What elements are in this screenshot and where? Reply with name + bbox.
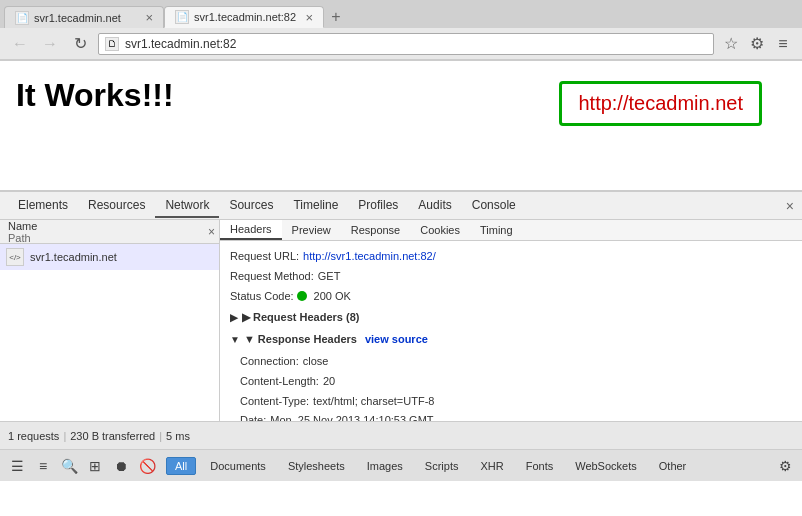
page-link: http://tecadmin.net [578, 92, 743, 114]
grid-icon[interactable]: ⊞ [84, 455, 106, 477]
tab-elements[interactable]: Elements [8, 194, 78, 218]
devtools-panels: NamePath × </> svr1.tecadmin.net Headers… [0, 220, 802, 421]
clear-icon[interactable]: 🚫 [136, 455, 158, 477]
response-header-content-type: Content-Type: text/html; charset=UTF-8 [230, 392, 792, 412]
network-list-close[interactable]: × [208, 225, 215, 239]
devtools-close-button[interactable]: × [786, 198, 794, 214]
filter-other[interactable]: Other [651, 458, 695, 474]
refresh-button[interactable]: ↻ [68, 32, 92, 56]
requests-count: 1 requests [8, 430, 59, 442]
col-name: NamePath [8, 220, 37, 244]
tab-1-favicon: 📄 [15, 11, 29, 25]
tab-network[interactable]: Network [155, 194, 219, 218]
url-bar[interactable]: 🗋 svr1.tecadmin.net:82 [98, 33, 714, 55]
view-source-link[interactable]: view source [365, 330, 428, 350]
request-headers-toggle[interactable]: ▶ ▶ Request Headers (8) [230, 308, 792, 328]
devtools-nav: Elements Resources Network Sources Timel… [0, 192, 802, 220]
record-icon[interactable]: ⏺ [110, 455, 132, 477]
headers-tabs: Headers Preview Response Cookies Timing [220, 220, 802, 241]
headers-tab-preview[interactable]: Preview [282, 220, 341, 240]
filter-all[interactable]: All [166, 457, 196, 475]
tab-audits[interactable]: Audits [408, 194, 461, 218]
bookmark-icon[interactable]: ☆ [720, 33, 742, 55]
filter-documents[interactable]: Documents [202, 458, 274, 474]
search-icon[interactable]: 🔍 [58, 455, 80, 477]
request-url-row: Request URL: http://svr1.tecadmin.net:82… [230, 247, 792, 267]
status-code-row: Status Code: 200 OK [230, 287, 792, 307]
network-list-cols: NamePath [4, 220, 208, 246]
page-link-box: http://tecadmin.net [559, 81, 762, 126]
request-headers-label: ▶ Request Headers (8) [242, 308, 359, 328]
request-url-label: Request URL: [230, 247, 299, 267]
headers-tab-timing[interactable]: Timing [470, 220, 523, 240]
tab-sources[interactable]: Sources [219, 194, 283, 218]
tab-resources[interactable]: Resources [78, 194, 155, 218]
tab-bar: 📄 svr1.tecadmin.net × 📄 svr1.tecadmin.ne… [0, 0, 802, 28]
network-item-icon: </> [6, 248, 24, 266]
request-url-value: http://svr1.tecadmin.net:82/ [303, 247, 436, 267]
date-label: Date: [240, 411, 266, 421]
status-dot [297, 291, 307, 301]
drawer-icon[interactable]: ☰ [6, 455, 28, 477]
url-text: svr1.tecadmin.net:82 [125, 37, 236, 51]
network-item-name: svr1.tecadmin.net [30, 251, 117, 263]
network-list-header: NamePath × [0, 220, 219, 244]
network-item[interactable]: </> svr1.tecadmin.net [0, 244, 219, 270]
filter-bar: All Documents Stylesheets Images Scripts… [166, 457, 694, 475]
content-length-value: 20 [323, 372, 335, 392]
back-button[interactable]: ← [8, 32, 32, 56]
tab-2[interactable]: 📄 svr1.tecadmin.net:82 × [164, 6, 324, 28]
filter-xhr[interactable]: XHR [472, 458, 511, 474]
status-code-label: Status Code: [230, 287, 294, 307]
headers-panel: Headers Preview Response Cookies Timing … [220, 220, 802, 421]
devtools-settings-icon[interactable]: ⚙ [774, 455, 796, 477]
forward-button[interactable]: → [38, 32, 62, 56]
toolbar-icons: ☆ ⚙ ≡ [720, 33, 794, 55]
tab-console[interactable]: Console [462, 194, 526, 218]
devtools-panel: Elements Resources Network Sources Timel… [0, 191, 802, 481]
tab-profiles[interactable]: Profiles [348, 194, 408, 218]
filter-scripts[interactable]: Scripts [417, 458, 467, 474]
menu-icon[interactable]: ≡ [772, 33, 794, 55]
tab-2-favicon: 📄 [175, 10, 189, 24]
devtools-bottom-toolbar: ☰ ≡ 🔍 ⊞ ⏺ 🚫 All Documents Stylesheets Im… [0, 449, 802, 481]
date-value: Mon, 25 Nov 2013 14:10:53 GMT [270, 411, 433, 421]
tab-1-title: svr1.tecadmin.net [34, 12, 121, 24]
request-headers-arrow: ▶ [230, 309, 238, 327]
tab-1-close[interactable]: × [139, 11, 153, 24]
page-icon: 🗋 [105, 37, 119, 51]
filter-websockets[interactable]: WebSockets [567, 458, 645, 474]
response-header-connection: Connection: close [230, 352, 792, 372]
request-method-value: GET [318, 267, 341, 287]
request-method-row: Request Method: GET [230, 267, 792, 287]
headers-tab-cookies[interactable]: Cookies [410, 220, 470, 240]
new-tab-button[interactable]: + [324, 6, 348, 28]
response-header-date: Date: Mon, 25 Nov 2013 14:10:53 GMT [230, 411, 792, 421]
tab-1[interactable]: 📄 svr1.tecadmin.net × [4, 6, 164, 28]
response-headers-toggle[interactable]: ▼ ▼ Response Headers view source [230, 330, 792, 350]
response-header-content-length: Content-Length: 20 [230, 372, 792, 392]
tab-timeline[interactable]: Timeline [283, 194, 348, 218]
address-bar: ← → ↻ 🗋 svr1.tecadmin.net:82 ☆ ⚙ ≡ [0, 28, 802, 60]
filter-fonts[interactable]: Fonts [518, 458, 562, 474]
connection-label: Connection: [240, 352, 299, 372]
status-bar: 1 requests | 230 B transferred | 5 ms [0, 421, 802, 449]
tab-2-close[interactable]: × [299, 11, 313, 24]
response-headers-arrow: ▼ [230, 331, 240, 349]
status-code-value: 200 OK [314, 287, 351, 307]
transferred-size: 230 B transferred [70, 430, 155, 442]
connection-value: close [303, 352, 329, 372]
filter-stylesheets[interactable]: Stylesheets [280, 458, 353, 474]
headers-content: Request URL: http://svr1.tecadmin.net:82… [220, 241, 802, 421]
divider-2: | [159, 430, 162, 442]
content-length-label: Content-Length: [240, 372, 319, 392]
network-list: NamePath × </> svr1.tecadmin.net [0, 220, 220, 421]
headers-tab-headers[interactable]: Headers [220, 220, 282, 240]
tab-2-title: svr1.tecadmin.net:82 [194, 11, 296, 23]
headers-tab-response[interactable]: Response [341, 220, 411, 240]
response-headers-label: ▼ Response Headers [244, 330, 357, 350]
filter-images[interactable]: Images [359, 458, 411, 474]
page-content: It Works!!! http://tecadmin.net [0, 61, 802, 191]
list-icon[interactable]: ≡ [32, 455, 54, 477]
settings-icon[interactable]: ⚙ [746, 33, 768, 55]
